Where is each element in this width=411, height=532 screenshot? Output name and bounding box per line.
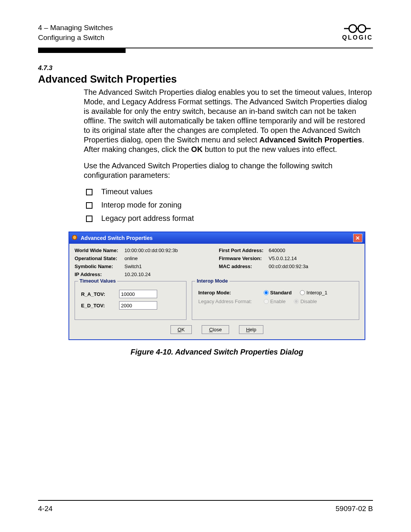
- sym-value: Switch1: [124, 264, 174, 269]
- section-title: Advanced Switch Properties: [38, 73, 373, 85]
- section-line: Configuring a Switch: [38, 33, 113, 43]
- page-header: 4 – Managing Switches Configuring a Swit…: [38, 23, 373, 42]
- legacy-enable-radio: Enable: [264, 299, 285, 304]
- bullet-list: Timeout values Interop mode for zoning L…: [84, 187, 373, 223]
- page-number: 4-24: [38, 505, 53, 513]
- mac-label: MAC address:: [219, 264, 266, 269]
- chapter-line: 4 – Managing Switches: [38, 23, 113, 33]
- first-port-label: First Port Address:: [219, 248, 266, 253]
- qlogic-icon: [344, 23, 371, 34]
- wwn-value: 10:00:00:c0:dd:00:92:3b: [124, 248, 178, 253]
- timeout-values-group: Timeout Values R_A_TOV: E_D_TOV:: [75, 281, 186, 320]
- brand-text: QLOGIC: [342, 34, 373, 41]
- sym-label: Symbolic Name:: [75, 264, 122, 269]
- help-button[interactable]: Help: [239, 325, 264, 334]
- op-state-value: online: [124, 256, 174, 261]
- ok-button[interactable]: OK: [170, 325, 192, 334]
- legacy-disable-radio: Disable: [294, 299, 317, 304]
- timeout-legend: Timeout Values: [78, 278, 117, 284]
- fw-label: Firmware Version:: [219, 256, 266, 261]
- header-breadcrumb: 4 – Managing Switches Configuring a Swit…: [38, 23, 113, 42]
- body-text: The Advanced Switch Properties dialog en…: [84, 88, 373, 223]
- brand-logo: QLOGIC: [342, 23, 373, 41]
- ok-suffix: K: [182, 327, 185, 332]
- dialog-button-bar: OK Close Help: [75, 325, 359, 334]
- paragraph-1: The Advanced Switch Properties dialog en…: [84, 88, 373, 154]
- paragraph-2: Use the Advanced Switch Properties dialo…: [84, 161, 373, 180]
- header-rule: [38, 48, 373, 53]
- dialog-titlebar[interactable]: Advanced Switch Properties ✕: [69, 232, 365, 244]
- list-item: Timeout values: [84, 187, 373, 197]
- interop-interop1-radio[interactable]: Interop_1: [300, 290, 327, 296]
- ra-tov-input[interactable]: [119, 290, 157, 298]
- java-icon: [72, 235, 78, 241]
- page-footer: 4-24 59097-02 B: [38, 500, 373, 513]
- svg-point-1: [358, 25, 366, 32]
- figure-caption: Figure 4-10. Advanced Switch Properties …: [68, 348, 365, 356]
- interop-mode-label: Interop Mode:: [198, 290, 255, 296]
- wwn-label: World Wide Name:: [75, 248, 122, 253]
- svg-point-0: [349, 25, 357, 32]
- close-button[interactable]: Close: [202, 325, 229, 334]
- ra-tov-label: R_A_TOV:: [81, 291, 114, 297]
- close-icon[interactable]: ✕: [353, 234, 362, 242]
- interop-standard-radio[interactable]: Standard: [264, 290, 292, 296]
- section-number: 4.7.3: [38, 64, 373, 72]
- figure: Advanced Switch Properties ✕ World Wide …: [68, 232, 365, 356]
- dialog-title: Advanced Switch Properties: [81, 235, 153, 241]
- fw-value: V5.0.0.12.14: [269, 256, 318, 261]
- list-item: Interop mode for zoning: [84, 200, 373, 210]
- first-port-value: 640000: [269, 248, 318, 253]
- op-state-label: Operational State:: [75, 256, 122, 261]
- ed-tov-input[interactable]: [119, 301, 157, 310]
- interop-mode-group: Interop Mode Interop Mode: Standard Inte…: [192, 281, 359, 320]
- advanced-switch-properties-dialog: Advanced Switch Properties ✕ World Wide …: [68, 232, 365, 340]
- ip-label: IP Address:: [75, 272, 122, 277]
- ip-value: 10.20.10.24: [124, 272, 174, 277]
- ed-tov-label: E_D_TOV:: [81, 303, 114, 308]
- legacy-format-label: Legacy Address Format:: [198, 299, 255, 304]
- doc-id: 59097-02 B: [336, 505, 373, 513]
- list-item: Legacy port address format: [84, 214, 373, 223]
- dialog-body: World Wide Name:10:00:00:c0:dd:00:92:3b …: [69, 244, 365, 339]
- interop-legend: Interop Mode: [195, 278, 229, 284]
- mac-value: 00:c0:dd:00:92:3a: [269, 264, 318, 269]
